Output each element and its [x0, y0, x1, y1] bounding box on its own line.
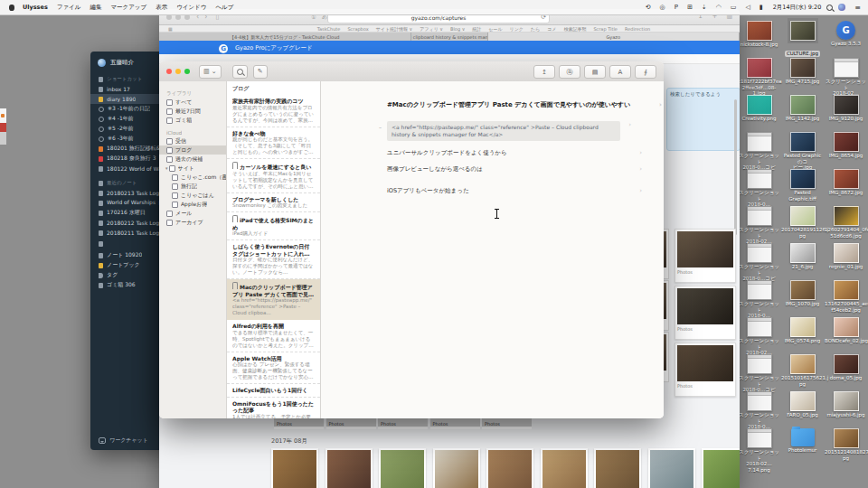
menu-item[interactable]: ファイル [57, 4, 81, 12]
menu-item[interactable]: ヘルプ [215, 4, 233, 12]
library-item[interactable]: こりゃごはん [159, 191, 226, 200]
minimize-button[interactable] [175, 69, 181, 74]
desktop-icon[interactable]: スクリーンショット2018-0…コピー.jpg [738, 242, 780, 279]
library-item[interactable]: すべて [159, 98, 226, 107]
bookmark-item[interactable]: セール [488, 26, 502, 32]
capture-thumbnail[interactable] [594, 448, 641, 488]
library-item[interactable]: iCloud [159, 128, 226, 136]
sheet-list-item[interactable]: しばらく使うEvernoteの日付タグはショートカットに入れておく 日付タグ、確… [227, 240, 320, 279]
work-chat-button[interactable]: ワークチャット [99, 436, 148, 445]
menu-item[interactable]: マークアップ [110, 4, 146, 12]
desktop-icon[interactable]: BONDcafe_02.jpg [825, 316, 867, 353]
capture-thumbnail[interactable] [702, 448, 740, 488]
sheet-list-item[interactable]: ブログテーマを新しくした Snowmonkey この図変えました [227, 193, 320, 213]
bookmark-item[interactable]: Scrapbox [347, 26, 368, 32]
library-item[interactable]: ブログ [159, 145, 226, 155]
capture-thumbnail[interactable] [433, 448, 480, 488]
capture-card-bottom[interactable]: Photos [430, 418, 480, 429]
capture-card[interactable]: Photos [675, 229, 736, 283]
bookmark-item[interactable]: コメ [547, 26, 556, 32]
desktop-icon[interactable]: miajyushi-6.jpg [825, 390, 867, 427]
editor-content[interactable]: #Macのクリップボード管理アプリ Paste デカくて画面で見やすいのが使いや… [387, 101, 651, 195]
capture-card-bottom[interactable]: Photos [326, 418, 376, 429]
bookmark-item[interactable]: アフィリ ∨ [420, 26, 443, 32]
apple-menu-icon[interactable] [9, 5, 14, 11]
sheet-list-item[interactable]: Apple Watch活用 心拍はかる プレゼン、緊張する場面、健康診断あー機緊… [227, 352, 320, 385]
page-scrollbar[interactable] [734, 99, 737, 235]
desktop-icon[interactable]: 13162700445_aecf54ceb2.jpg [825, 279, 867, 316]
capture-card[interactable]: Photos [675, 343, 736, 397]
desktop-icon[interactable]: IMG_8672.jpg [825, 168, 867, 205]
spotlight-search-icon[interactable] [826, 5, 833, 11]
desktop-icon[interactable]: スクリーンショット2018-02…30.png [738, 205, 780, 242]
bookmark-item[interactable]: 検索記事類 [563, 26, 586, 32]
editor-heading[interactable]: #Macのクリップボード管理アプリ Paste デカくて画面で見やすいのが使いや… [387, 101, 651, 109]
editor-selected-code[interactable]: <a href="https://pasteapp.me/" class="re… [387, 121, 620, 141]
sheet-list-item[interactable]: 家族共有家計簿の実践のコツ 最近家庭内での情報共有方法をブログにまとめるっていう… [227, 95, 320, 127]
bookmark-item[interactable]: リンク [510, 26, 524, 32]
desktop-icon[interactable]: IMG_4715.jpg [781, 57, 824, 94]
bookmark-item[interactable]: Redirection [625, 26, 650, 32]
library-item[interactable]: ライブラリ [159, 89, 226, 98]
capture-thumbnail[interactable] [271, 448, 318, 488]
status-icon[interactable]: ▭ [731, 4, 737, 11]
attachments-icon[interactable]: ▤ [584, 65, 606, 79]
bookmark-item[interactable]: Blog ∨ [450, 26, 465, 32]
desktop-icon[interactable]: IMG_1070.jpg [781, 279, 824, 316]
desktop-icon[interactable]: Pasted Graphic.tiff [781, 168, 824, 205]
desktop-icon[interactable]: Pasted Graphicのコピー.jpg [781, 131, 824, 168]
status-icon[interactable]: ⟲ [646, 4, 651, 11]
desktop-icon[interactable]: IMG_1142.jpg [781, 94, 824, 131]
editor-paragraph[interactable]: 画像プレビューしながら選べるのは [387, 165, 631, 174]
compose-button[interactable]: ✎ [253, 65, 268, 79]
editor-paragraph[interactable]: ユニバーサルクリップボードをよく使うから [387, 149, 631, 157]
desktop-icon[interactable]: 20151214081827.jpg [825, 427, 867, 465]
bookmark-item[interactable]: サイト統計情報 ∨ [376, 26, 413, 32]
desktop-icon[interactable]: 12602791404_0fe51d6cd6.jpg [825, 205, 867, 242]
desktop-icon[interactable]: G Gyazo 3.5.3 [825, 20, 867, 57]
library-item[interactable]: 過去の候補 [159, 155, 226, 164]
desktop-icon[interactable]: スクリーンショット2018-0…コピー.jpg [738, 131, 780, 168]
desktop-icon[interactable]: スクリーンショット2018-02…5.17.png [825, 57, 867, 94]
desktop-icon[interactable]: Photolemur [781, 427, 824, 465]
sheet-list-item[interactable]: 好きな食べ物 親が同じものだと基本文句を言う。（そして、息子も3歳にして「昨日と… [227, 127, 320, 160]
capture-thumbnail[interactable] [648, 448, 695, 488]
sheet-list-item[interactable]: Macのクリップボード管理アプリ Paste デカくて画面で見やすいのが使いやす… [227, 279, 320, 320]
library-item[interactable]: 受信 [159, 136, 226, 145]
library-item[interactable]: こりゃこ.com（書い… [159, 173, 226, 182]
bookmark-item[interactable]: Scrap Title [593, 26, 618, 32]
capture-card-bottom[interactable]: Photos [274, 418, 324, 429]
library-item[interactable]: 最近7日間 [159, 107, 226, 116]
status-icon[interactable]: ▮ [760, 4, 763, 11]
browser-tab[interactable]: Gyazo [488, 33, 741, 41]
library-item[interactable]: ▾ サイト [159, 164, 226, 173]
desktop-icon[interactable]: c181f7222bf37ea2ffee3df…08-1.jpg [738, 57, 780, 94]
desktop-icon[interactable]: スクリーンショット2018-0…3_34.png [738, 279, 780, 316]
favorites-grid-icon[interactable]: ▦ [168, 26, 173, 32]
sheet-list-item[interactable]: Alfredの利用を再開 できる限り標準で済ませたくて、一時、Spotlight… [227, 320, 320, 352]
status-icon[interactable]: ◎ [660, 4, 665, 11]
menu-bar-clock[interactable]: 2月14日(水) 9:20 [773, 4, 822, 12]
disclosure-triangle-icon[interactable]: ▾ [165, 165, 168, 171]
library-item[interactable]: アーカイブ [159, 218, 226, 227]
browser-tab[interactable]: 【4-4枚】新米人力で15分ブログ - TaskChute Cloud [159, 33, 411, 41]
capture-card[interactable]: Photos [675, 286, 736, 340]
desktop-icon[interactable]: スクリーンショット2018-02…7.14.png [738, 427, 780, 465]
capture-thumbnail[interactable] [486, 448, 533, 488]
desktop-icon[interactable]: FARO_05.jpg [781, 390, 824, 427]
desktop-icon[interactable]: 20151016175621.jpg [781, 353, 824, 390]
sheet-list-item[interactable]: OmniFocusをもう1回使ったたった記事 1人では計画立てる、予定とか必要な… [227, 398, 320, 419]
desktop-icon[interactable]: doma_05.jpg [825, 353, 867, 390]
desktop-icon[interactable]: スクリーンショット2018-02…34.png [738, 316, 780, 353]
capture-card-bottom[interactable]: Photos [378, 418, 428, 429]
desktop-icon[interactable]: スクリーンショット2018-0…6_30.png [738, 168, 780, 205]
capture-card-bottom[interactable]: Photos [482, 418, 532, 429]
status-icon[interactable]: P [675, 4, 678, 11]
desktop-icon[interactable]: CULTURE.jpg [781, 20, 824, 57]
bookmark-item[interactable]: 統計 [472, 26, 481, 32]
editor-paragraph[interactable]: iOSアプリもベータが始まった [387, 187, 631, 195]
ulysses-window[interactable]: ▥ ⌄ ✎ ↥ ⓐ ▤ A ∮ ライブラリ すべて [159, 61, 664, 418]
menu-item[interactable]: 編集 [90, 4, 101, 12]
app-menu-title[interactable]: Ulysses [23, 4, 48, 11]
status-icon[interactable]: ◁ [745, 4, 750, 11]
